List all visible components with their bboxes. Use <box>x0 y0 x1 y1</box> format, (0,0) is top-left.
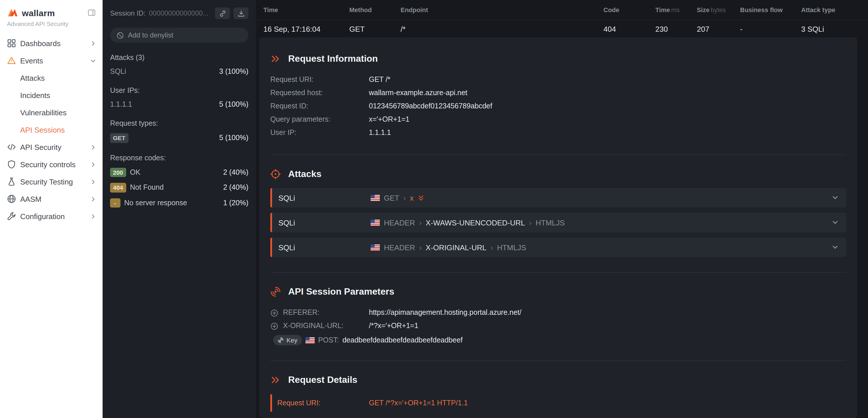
user-ips-heading: User IPs: <box>110 87 248 94</box>
attack-type-label: SQLi <box>278 193 371 202</box>
sidebar-item-api-sessions[interactable]: API Sessions <box>0 121 102 138</box>
nav-label: Events <box>20 56 43 65</box>
breadcrumb-separator: › <box>491 243 493 252</box>
attack-row[interactable]: SQLi GET › x <box>270 188 846 208</box>
cell-time-ms: 230 <box>655 25 697 33</box>
sidebar-item-incidents[interactable]: Incidents <box>0 87 102 104</box>
attack-point-segment: GET <box>384 193 399 202</box>
globe-icon <box>7 194 16 204</box>
field-label: Query parameters: <box>270 113 369 126</box>
info-field: Query parameters:x='+OR+1=1 <box>270 113 846 126</box>
param-value: https://apimanagement.hosting.portal.azu… <box>369 306 522 320</box>
field-label: Request URI: <box>270 73 369 87</box>
sidebar-collapse-icon[interactable] <box>88 9 96 17</box>
request-arrows-icon <box>270 54 281 64</box>
download-button[interactable] <box>234 7 248 19</box>
section-title: API Session Parameters <box>288 287 394 297</box>
col-code[interactable]: Code <box>603 6 655 13</box>
nav-label: Security controls <box>20 160 75 169</box>
session-summary-panel: Session ID: 00000000000000... Add to den… <box>102 0 256 418</box>
api-session-parameters-section: API Session Parameters REFERER: https://… <box>270 272 846 345</box>
attack-type-label: SQLi <box>278 218 371 227</box>
chevron-right-icon <box>91 179 96 184</box>
chevron-down-icon <box>91 58 96 63</box>
session-key-param-row: Key POST: deadbeefdeadbeefdeadbeefdeadbe… <box>273 335 846 345</box>
code-brackets-icon <box>7 142 16 152</box>
col-attack-type[interactable]: Attack type <box>801 6 868 13</box>
response-codes-heading: Response codes: <box>110 154 248 162</box>
sidebar-item-configuration[interactable]: Configuration <box>0 208 102 225</box>
request-table-row[interactable]: 16 Sep, 17:16:04 GET /* 404 230 207 - 3 … <box>256 20 868 37</box>
sidebar-item-security-controls[interactable]: Security controls <box>0 156 102 173</box>
field-value: x='+OR+1=1 <box>369 113 409 126</box>
status-label: OK <box>130 168 141 176</box>
denylist-prohibit-icon <box>117 31 124 39</box>
session-param-row: X-ORIGINAL-URL: /*?x='+OR+1=1 <box>270 320 846 333</box>
sidebar-item-aasm[interactable]: AASM <box>0 190 102 208</box>
nav-label: Incidents <box>20 91 50 99</box>
param-label: X-ORIGINAL-URL: <box>283 320 369 333</box>
sidebar-item-events[interactable]: Events <box>0 52 102 69</box>
request-arrows-icon <box>270 375 281 385</box>
expand-chevron-icon[interactable] <box>832 219 839 226</box>
attack-stat-row: SQLi 3 (100%) <box>110 67 248 76</box>
sidebar-item-security-testing[interactable]: Security Testing <box>0 173 102 190</box>
us-flag-icon <box>306 337 315 344</box>
nav-label: API Sessions <box>20 125 65 134</box>
product-subtitle: Advanced API Security <box>0 19 102 27</box>
fingerprint-icon <box>270 287 281 297</box>
field-value: 0123456789abcdef0123456789abcdef <box>369 100 492 113</box>
cell-time: 16 Sep, 17:16:04 <box>264 25 349 33</box>
breadcrumb-separator: › <box>419 243 422 252</box>
col-method[interactable]: Method <box>349 6 401 13</box>
warning-triangle-icon <box>7 56 16 65</box>
col-endpoint[interactable]: Endpoint <box>401 6 603 13</box>
chevron-right-icon <box>91 41 96 46</box>
us-flag-icon <box>371 244 380 250</box>
us-flag-icon <box>371 219 380 226</box>
status-count: 2 (40%) <box>223 184 248 192</box>
attack-row[interactable]: SQLi HEADER › X-ORIGINAL-URL › HTMLJS <box>270 238 846 257</box>
plus-circle-icon[interactable] <box>270 322 280 330</box>
response-code-row: 404 Not Found 2 (40%) <box>110 183 248 192</box>
request-type-stat-row: GET 5 (100%) <box>110 133 248 143</box>
us-flag-icon <box>371 195 380 201</box>
attack-name: SQLi <box>110 67 126 76</box>
sidebar-item-vulnerabilities[interactable]: Vulnerabilities <box>0 104 102 121</box>
plus-circle-icon[interactable] <box>270 309 280 317</box>
cell-size: 207 <box>697 25 740 33</box>
attack-type-label: SQLi <box>278 243 371 252</box>
attack-count: 3 (100%) <box>219 67 248 76</box>
param-label: REFERER: <box>283 306 369 320</box>
info-field: Request URI:GET /* <box>270 73 846 87</box>
sidebar-item-api-security[interactable]: API Security <box>0 138 102 156</box>
breadcrumb-separator: › <box>529 218 532 227</box>
status-badge: 404 <box>110 183 126 192</box>
attack-point-segment: HEADER <box>384 218 415 227</box>
sidebar-item-dashboards[interactable]: Dashboards <box>0 35 102 52</box>
expand-chevron-icon[interactable] <box>832 244 839 251</box>
sidebar-item-attacks[interactable]: Attacks <box>0 69 102 87</box>
fingerprint-small-icon <box>278 337 284 343</box>
col-size[interactable]: Sizebytes <box>697 6 740 13</box>
add-to-denylist-button[interactable]: Add to denylist <box>110 28 248 43</box>
col-business-flow[interactable]: Business flow <box>740 6 801 13</box>
chevron-right-icon <box>91 144 96 150</box>
attack-row[interactable]: SQLi HEADER › X-WAWS-UNENCODED-URL › HTM… <box>270 213 846 232</box>
attack-point-segment: HTMLJS <box>536 218 565 227</box>
expand-chevron-icon[interactable] <box>832 194 839 201</box>
section-title: Request Details <box>288 375 358 385</box>
status-badge: 200 <box>110 168 126 177</box>
copy-link-button[interactable] <box>215 7 230 19</box>
flask-icon <box>7 177 16 186</box>
param-value: /*?x='+OR+1=1 <box>369 320 418 333</box>
attack-param: X-ORIGINAL-URL <box>426 243 487 252</box>
session-id-value[interactable]: 00000000000000... <box>149 9 212 17</box>
col-time-ms[interactable]: Timems <box>655 6 697 13</box>
nav-label: Configuration <box>20 212 65 220</box>
col-time[interactable]: Time <box>264 6 349 13</box>
requests-table-header: Time Method Endpoint Code Timems Sizebyt… <box>256 0 868 20</box>
key-badge: Key <box>273 335 302 345</box>
breadcrumb-separator: › <box>403 193 406 202</box>
field-label: Request URI: <box>277 398 369 408</box>
